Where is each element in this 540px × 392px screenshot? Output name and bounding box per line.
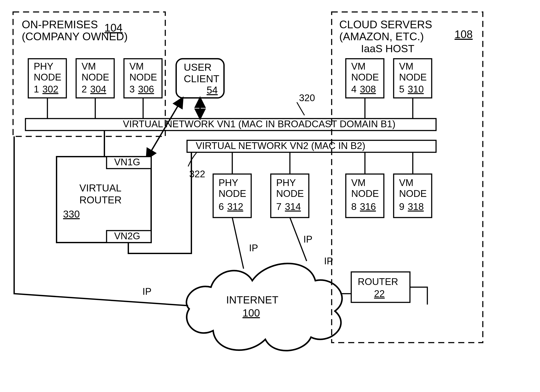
node7-l1: PHY <box>276 177 296 188</box>
router-ref: 22 <box>374 288 385 299</box>
vm-node-9: VM NODE 9 318 <box>394 174 432 217</box>
node2-ref: 304 <box>90 84 106 94</box>
node4-l2: NODE <box>351 72 379 82</box>
router-label: ROUTER <box>358 276 398 287</box>
vn2-ref-leader <box>188 152 197 166</box>
phy-node-6: PHY NODE 6 312 <box>213 174 251 217</box>
node5-l1: VM <box>399 61 413 72</box>
node3-num: 3 <box>129 84 135 94</box>
node7-l2: NODE <box>276 188 304 199</box>
phy-node-1: PHY NODE 1 302 <box>28 59 66 98</box>
vm-node-2: VM NODE 2 304 <box>76 59 114 98</box>
vm-node-4: VM NODE 4 308 <box>346 59 384 98</box>
virtual-router: VN1G VN2G VIRTUAL ROUTER 330 <box>56 157 151 242</box>
onprem-title1: ON-PREMISES <box>22 19 98 31</box>
vn1g-label: VN1G <box>114 157 140 167</box>
vm-node-5: VM NODE 5 310 <box>394 59 432 98</box>
node8-num: 8 <box>351 201 356 212</box>
router-out-conn <box>410 287 427 305</box>
router: ROUTER 22 <box>351 272 410 302</box>
vn1-label: VIRTUAL NETWORK VN1 (MAC IN BROADCAST DO… <box>123 119 395 129</box>
vn2-label: VIRTUAL NETWORK VN2 (MAC IN B2) <box>196 140 365 151</box>
phy-node-7: PHY NODE 7 314 <box>271 174 309 217</box>
cloud-ref: 108 <box>455 28 473 40</box>
node6-num: 6 <box>219 201 224 212</box>
onprem-internet-conn <box>14 136 188 306</box>
node9-ref: 318 <box>408 201 424 212</box>
internet-ref: 100 <box>242 307 260 319</box>
vn1-ref: 320 <box>299 92 315 103</box>
node3-ref: 306 <box>138 84 154 94</box>
ip-label-b: IP <box>303 234 313 245</box>
node8-ref: 316 <box>360 201 376 212</box>
vn1-ref-leader <box>297 102 305 115</box>
node6-to-internet <box>232 217 244 269</box>
node1-l2: NODE <box>34 72 61 82</box>
node1-ref: 302 <box>42 84 58 94</box>
node1-l1: PHY <box>34 61 53 72</box>
node1-num: 1 <box>34 84 39 94</box>
vrouter-l2: ROUTER <box>79 194 122 206</box>
node8-l2: NODE <box>351 188 379 199</box>
node3-l2: NODE <box>129 72 157 82</box>
cloud-title3: IaaS HOST <box>361 43 414 54</box>
cloud-title2: (AMAZON, ETC.) <box>339 30 424 43</box>
node5-num: 5 <box>399 84 404 94</box>
cloud-title1: CLOUD SERVERS <box>339 19 432 31</box>
node5-ref: 310 <box>408 84 424 94</box>
node2-num: 2 <box>82 84 87 94</box>
vn2g-label: VN2G <box>114 231 140 241</box>
vrouter-ref: 330 <box>63 208 80 220</box>
node3-l1: VM <box>129 61 144 72</box>
node9-num: 9 <box>399 201 404 212</box>
node6-l2: NODE <box>219 188 246 199</box>
ip-label-a: IP <box>249 242 258 253</box>
user-client-l1: USER <box>184 62 212 73</box>
internet-label: INTERNET <box>226 294 278 306</box>
node9-l2: NODE <box>399 188 427 199</box>
vm-node-3: VM NODE 3 306 <box>124 59 162 98</box>
node2-l2: NODE <box>82 72 109 82</box>
node2-l1: VM <box>82 61 96 72</box>
onprem-ref: 104 <box>104 22 122 34</box>
internet-cloud <box>186 263 342 351</box>
vm-node-8: VM NODE 8 316 <box>346 174 384 217</box>
ip-label-c: IP <box>324 256 333 266</box>
node4-ref: 308 <box>360 84 376 94</box>
node7-ref: 314 <box>285 201 301 212</box>
node6-l1: PHY <box>219 177 238 188</box>
node8-l1: VM <box>351 177 365 188</box>
node5-l2: NODE <box>399 72 427 82</box>
node9-l1: VM <box>399 177 413 188</box>
ip-label-d: IP <box>142 286 152 297</box>
user-client-l2: CLIENT <box>184 73 220 84</box>
node4-l1: VM <box>351 61 365 72</box>
node7-num: 7 <box>276 201 281 212</box>
user-client: USER CLIENT 54 <box>176 59 224 98</box>
node4-num: 4 <box>351 84 356 94</box>
node6-ref: 312 <box>227 201 243 212</box>
user-client-ref: 54 <box>207 84 218 96</box>
vrouter-l1: VIRTUAL <box>79 182 121 194</box>
